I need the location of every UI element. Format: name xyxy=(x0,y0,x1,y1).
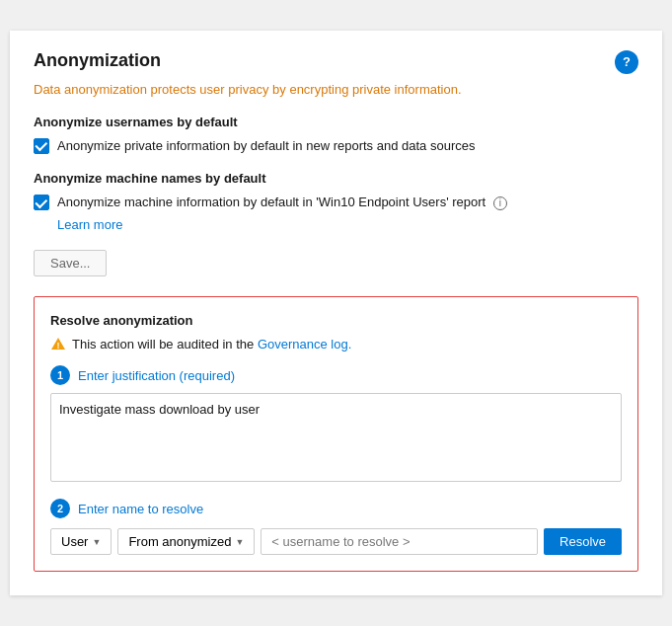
step1-label-row: 1 Enter justification (required) xyxy=(50,365,622,385)
help-icon-button[interactable]: ? xyxy=(615,50,638,74)
resolve-controls-row: User ▼ From anonymized ▼ Resolve xyxy=(50,528,622,555)
audit-text: This action will be audited in the Gover… xyxy=(72,337,351,352)
step2-label-row: 2 Enter name to resolve xyxy=(50,499,622,518)
audit-warning-row: ! This action will be audited in the Gov… xyxy=(50,336,622,352)
step1-label-text: Enter justification (required) xyxy=(78,368,235,383)
learn-more-link[interactable]: Learn more xyxy=(57,217,638,232)
justification-textarea[interactable]: Investigate mass download by user xyxy=(50,393,622,482)
username-input[interactable] xyxy=(261,528,538,555)
section-machines: Anonymize machine names by default Anony… xyxy=(34,171,638,232)
resolve-title: Resolve anonymization xyxy=(50,313,622,328)
user-type-dropdown[interactable]: User ▼ xyxy=(50,528,112,555)
governance-log-link[interactable]: Governance log. xyxy=(258,337,351,352)
step1-circle: 1 xyxy=(50,365,70,385)
resolve-section: Resolve anonymization ! This action will… xyxy=(34,296,638,572)
info-icon[interactable]: i xyxy=(493,196,507,210)
from-anonymized-dropdown[interactable]: From anonymized ▼ xyxy=(117,528,255,555)
checkbox-machines-label: Anonymize machine information by default… xyxy=(57,194,507,211)
resolve-button[interactable]: Resolve xyxy=(544,528,622,555)
svg-text:!: ! xyxy=(57,341,60,351)
description-text: Data anonymization protects user privacy… xyxy=(34,82,638,97)
step2-label-text: Enter name to resolve xyxy=(78,502,203,516)
checkbox-usernames-label: Anonymize private information by default… xyxy=(57,137,475,155)
section-username-title: Anonymize usernames by default xyxy=(34,115,638,129)
checkbox-row-2: Anonymize machine information by default… xyxy=(34,194,638,211)
checkbox-row-1: Anonymize private information by default… xyxy=(34,137,638,155)
save-button[interactable]: Save... xyxy=(34,250,107,276)
panel-header: Anonymization ? xyxy=(34,50,638,74)
anonymization-panel: Anonymization ? Data anonymization prote… xyxy=(10,31,662,595)
checkbox-machines[interactable] xyxy=(34,195,49,210)
section-usernames: Anonymize usernames by default Anonymize… xyxy=(34,115,638,155)
step2-circle: 2 xyxy=(50,499,70,518)
page-title: Anonymization xyxy=(34,50,161,71)
dropdown2-arrow-icon: ▼ xyxy=(235,537,244,547)
checkbox-usernames[interactable] xyxy=(34,138,49,154)
dropdown1-arrow-icon: ▼ xyxy=(92,537,101,547)
section-machine-title: Anonymize machine names by default xyxy=(34,171,638,186)
warning-icon: ! xyxy=(50,336,66,352)
